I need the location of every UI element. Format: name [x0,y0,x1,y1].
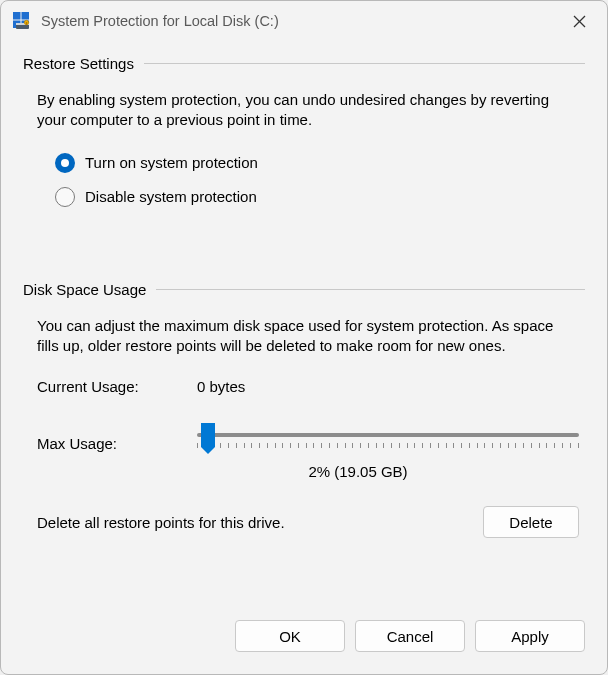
current-usage-row: Current Usage: 0 bytes [37,378,579,395]
restore-description: By enabling system protection, you can u… [37,90,579,131]
ok-button[interactable]: OK [235,620,345,652]
current-usage-value: 0 bytes [197,378,245,395]
radio-disable-label: Disable system protection [85,188,257,205]
slider-ticks [197,443,579,451]
dialog-footer: OK Cancel Apply [1,606,607,674]
radio-selected-icon [55,153,75,173]
max-usage-value: 2% (19.05 GB) [137,463,579,480]
radio-turn-on-label: Turn on system protection [85,154,258,171]
divider [144,63,585,64]
disk-usage-header: Disk Space Usage [23,281,585,298]
drive-protection-icon [13,12,31,30]
disk-usage-label: Disk Space Usage [23,281,156,298]
delete-description: Delete all restore points for this drive… [37,514,285,531]
restore-settings-label: Restore Settings [23,55,144,72]
divider [156,289,585,290]
slider-track [197,433,579,437]
svg-rect-1 [22,12,30,20]
apply-button[interactable]: Apply [475,620,585,652]
slider-thumb[interactable] [201,423,215,447]
cancel-button[interactable]: Cancel [355,620,465,652]
radio-disable[interactable]: Disable system protection [55,187,579,207]
titlebar: System Protection for Local Disk (C:) [1,1,607,41]
max-usage-label: Max Usage: [37,435,197,452]
svg-rect-7 [26,22,27,25]
radio-turn-on[interactable]: Turn on system protection [55,153,579,173]
dialog-content: Restore Settings By enabling system prot… [1,41,607,606]
restore-settings-header: Restore Settings [23,55,585,72]
system-protection-dialog: System Protection for Local Disk (C:) Re… [0,0,608,675]
radio-unselected-icon [55,187,75,207]
max-usage-slider[interactable] [197,425,579,461]
disk-description: You can adjust the maximum disk space us… [37,316,579,357]
delete-button[interactable]: Delete [483,506,579,538]
close-icon [573,15,586,28]
current-usage-label: Current Usage: [37,378,197,395]
window-title: System Protection for Local Disk (C:) [41,13,559,29]
svg-rect-0 [13,12,21,20]
close-button[interactable] [559,6,599,36]
